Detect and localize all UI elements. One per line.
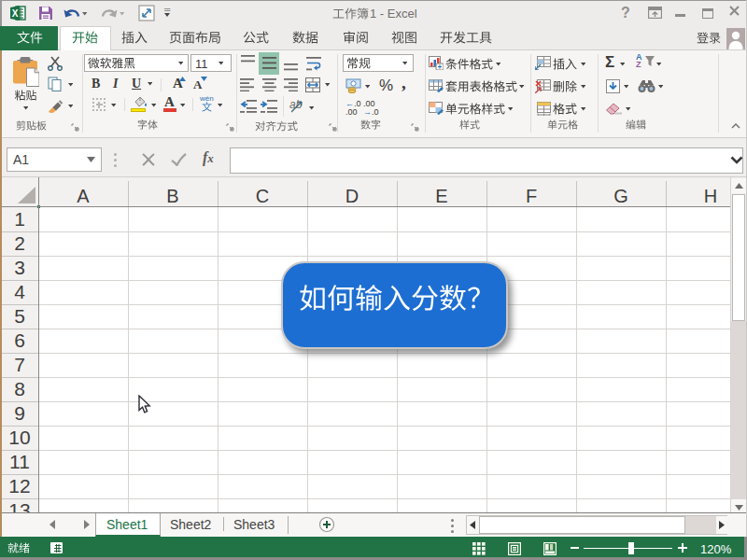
svg-text:X: X <box>12 8 19 19</box>
